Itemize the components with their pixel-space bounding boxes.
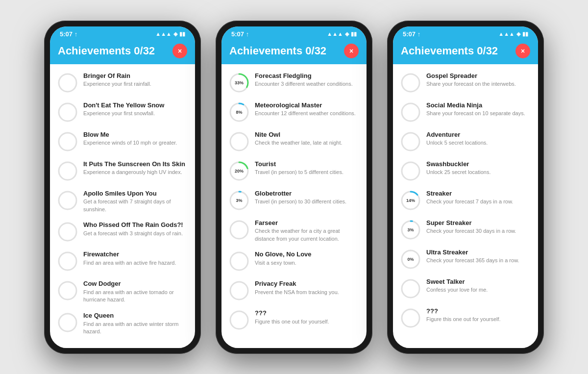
svg-point-14 — [230, 133, 248, 150]
achievement-circle — [400, 131, 421, 152]
achievement-info: Meteorological Master Encounter 12 diffe… — [255, 101, 360, 118]
battery-icon: ▮▮ — [522, 31, 528, 37]
achievement-item: No Glove, No Love Visit a sexy town. — [221, 247, 367, 276]
achievement-circle — [57, 72, 78, 94]
progress-label: 8% — [236, 110, 242, 115]
achievements-list[interactable]: 33% Forecast Fledgling Encounter 3 diffe… — [221, 64, 367, 333]
achievement-info: Ultra Streaker Check your forecast 365 d… — [426, 249, 531, 265]
achievement-item: Who Pissed Off The Rain Gods?! Get a for… — [50, 217, 195, 247]
achievement-desc: Check the weather for a city a great dis… — [255, 227, 360, 243]
battery-icon: ▮▮ — [179, 31, 185, 37]
phone-wrapper: 5:07 ↑ ▲▲▲ ◈ ▮▮ Achievements 0/32 × — [387, 21, 544, 354]
achievement-info: Cow Dodger Find an area with an active t… — [83, 280, 188, 304]
svg-point-8 — [59, 314, 76, 331]
achievement-info: Sweet Talker Confess your love for me. — [426, 278, 531, 294]
achievement-circle — [57, 280, 78, 301]
achievement-desc: Check your forecast 7 days in a row. — [426, 198, 531, 205]
svg-point-6 — [59, 252, 76, 270]
achievement-name: Sweet Talker — [426, 278, 531, 286]
svg-point-26 — [402, 133, 419, 150]
wifi-icon: ◈ — [173, 31, 177, 37]
achievement-name: Nite Owl — [255, 131, 360, 139]
status-icons: ▲▲▲ ◈ ▮▮ — [327, 31, 357, 37]
achievement-circle — [400, 101, 421, 123]
achievement-item: Gospel Spreader Share your forecast on t… — [393, 68, 538, 98]
phone-screen: 5:07 ↑ ▲▲▲ ◈ ▮▮ Achievements 0/32 × — [50, 26, 195, 348]
achievements-list[interactable]: Bringer Of Rain Experience your first ra… — [50, 64, 195, 333]
achievement-name: Gospel Spreader — [426, 72, 531, 80]
achievement-circle — [228, 280, 250, 301]
achievement-name: No Glove, No Love — [255, 250, 360, 259]
phone-wrapper: 5:07 ↑ ▲▲▲ ◈ ▮▮ Achievements 0/32 × — [216, 21, 372, 354]
phone-screen: 5:07 ↑ ▲▲▲ ◈ ▮▮ Achievements 0/32 × — [393, 26, 538, 348]
signal-icon: ▲▲▲ — [155, 31, 172, 37]
fade-bottom — [393, 333, 538, 348]
wifi-icon: ◈ — [516, 31, 520, 37]
achievement-info: Apollo Smiles Upon You Get a forecast wi… — [83, 190, 188, 214]
achievement-desc: Find an area with an active tornado or h… — [83, 289, 188, 304]
achievement-item: Social Media Ninja Share your forecast o… — [393, 98, 538, 127]
svg-point-35 — [402, 309, 419, 327]
achievement-info: Adventurer Unlock 5 secret locations. — [426, 131, 531, 147]
achievement-circle — [400, 160, 421, 182]
achievement-desc: Encounter 3 different weather conditions… — [255, 80, 360, 88]
achievement-info: Bringer Of Rain Experience your first ra… — [83, 72, 188, 88]
achievement-info: Nite Owl Check the weather late, late at… — [255, 131, 360, 147]
achievement-info: No Glove, No Love Visit a sexy town. — [255, 250, 360, 267]
phone-frame: 5:07 ↑ ▲▲▲ ◈ ▮▮ Achievements 0/32 × — [387, 21, 544, 354]
achievement-name: Swashbuckler — [426, 160, 531, 169]
achievement-circle: 14% — [400, 190, 421, 211]
achievement-info: It Puts The Sunscreen On Its Skin Experi… — [83, 160, 188, 176]
achievement-item: Swashbuckler Unlock 25 secret locations. — [393, 156, 538, 186]
progress-label: 33% — [235, 80, 244, 85]
achievement-circle — [228, 250, 250, 272]
achievement-info: Ice Queen Find an area with an active wi… — [83, 312, 188, 333]
achievement-item: Ice Queen Find an area with an active wi… — [50, 308, 195, 333]
header-title: Achievements 0/32 — [229, 45, 326, 57]
achievement-name: Who Pissed Off The Rain Gods?! — [83, 221, 188, 229]
achievement-desc: Check your forecast 365 days in a row. — [426, 257, 531, 264]
achievement-name: Ice Queen — [83, 312, 188, 320]
achievement-info: Firewatcher Find an area with an active … — [83, 250, 188, 267]
status-time: 5:07 ↑ — [60, 30, 77, 38]
achievement-circle: 3% — [228, 190, 250, 211]
achievement-desc: Unlock 25 secret locations. — [426, 169, 531, 176]
achievement-desc: Find an area with an active winter storm… — [83, 321, 188, 333]
status-time: 5:07 ↑ — [403, 30, 420, 38]
achievement-info: Streaker Check your forecast 7 days in a… — [426, 190, 531, 206]
achievement-info: Social Media Ninja Share your forecast o… — [426, 101, 531, 118]
achievement-desc: Check the weather late, late at night. — [255, 139, 360, 147]
achievement-circle — [57, 131, 78, 152]
achievement-name: ??? — [255, 309, 360, 318]
achievement-desc: Travel (in person) to 5 different cities… — [255, 169, 360, 176]
progress-label: 3% — [236, 198, 242, 203]
achievement-circle: 20% — [228, 160, 250, 182]
wifi-icon: ◈ — [345, 31, 349, 37]
achievement-info: ??? Figure this one out for yourself. — [426, 307, 531, 324]
signal-icon: ▲▲▲ — [498, 31, 514, 37]
progress-label: 3% — [407, 227, 414, 232]
achievement-desc: Check your forecast 30 days in a row. — [426, 227, 531, 235]
achievement-info: Who Pissed Off The Rain Gods?! Get a for… — [83, 221, 188, 237]
achievement-info: Tourist Travel (in person) to 5 differen… — [255, 160, 360, 176]
achievement-info: Globetrotter Travel (in person) to 30 di… — [255, 190, 360, 206]
achievement-desc: Figure this one out for yourself. — [426, 316, 531, 323]
achievement-circle — [57, 160, 78, 182]
achievement-name: Ultra Streaker — [426, 249, 531, 257]
close-button[interactable]: × — [515, 44, 530, 58]
close-button[interactable]: × — [172, 44, 187, 58]
svg-point-3 — [59, 162, 76, 180]
achievement-item: Cow Dodger Find an area with an active t… — [50, 276, 195, 308]
svg-point-5 — [59, 223, 76, 241]
achievement-name: ??? — [426, 307, 531, 316]
achievement-item: 8% Meteorological Master Encounter 12 di… — [221, 98, 367, 127]
close-button[interactable]: × — [344, 44, 359, 58]
achievement-name: Globetrotter — [255, 190, 360, 198]
achievement-info: Privacy Freak Prevent the NSA from track… — [255, 280, 360, 296]
achievement-desc: Travel (in person) to 30 different citie… — [255, 198, 360, 205]
status-icons: ▲▲▲ ◈ ▮▮ — [498, 31, 528, 37]
achievement-name: Forecast Fledgling — [255, 72, 360, 80]
achievement-circle: 0% — [400, 249, 421, 270]
achievements-list[interactable]: Gospel Spreader Share your forecast on t… — [393, 64, 538, 333]
achievement-item: Don't Eat The Yellow Snow Experience you… — [50, 98, 195, 127]
